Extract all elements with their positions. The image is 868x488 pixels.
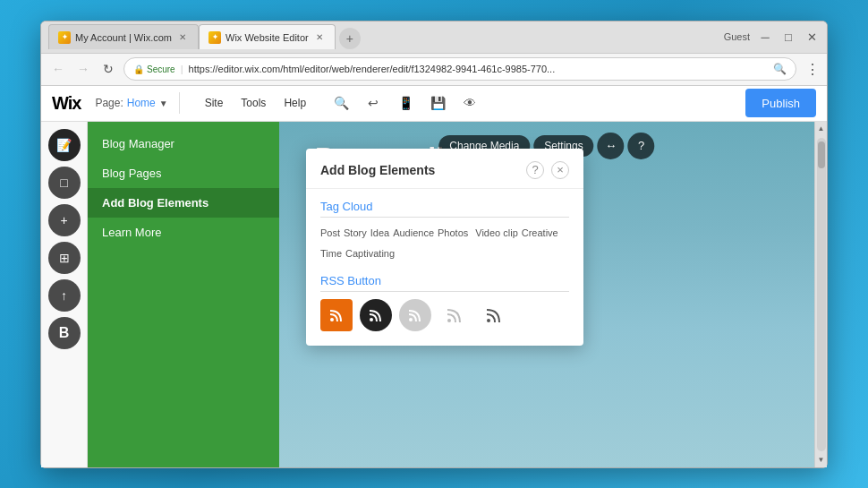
undo-button[interactable]: ↩ — [360, 90, 387, 116]
rss-icon-light[interactable] — [438, 299, 471, 331]
tag-story: Story — [344, 225, 367, 243]
tools-menu-button[interactable]: Tools — [234, 93, 273, 113]
editor-toolbar: Wix Page: Home ▼ Site Tools Help 🔍 ↩ 📱 💾… — [41, 86, 827, 122]
panel-menu-learn-more[interactable]: Learn More — [88, 218, 279, 247]
arrow-icon[interactable]: ↔ — [598, 133, 625, 159]
panel-menu-blog-manager[interactable]: Blog Manager — [88, 129, 279, 158]
title-bar-controls: Guest ─ □ ✕ — [724, 29, 820, 45]
sidebar-box-icon[interactable]: □ — [48, 167, 81, 199]
help-menu-button[interactable]: Help — [277, 93, 313, 113]
site-menu-button[interactable]: Site — [198, 93, 231, 113]
dialog-close-button[interactable]: × — [551, 161, 569, 179]
add-blog-elements-dialog: Add Blog Elements ? × Tag Cloud Post Sto… — [306, 149, 583, 347]
dialog-help-button[interactable]: ? — [526, 161, 544, 179]
dialog-title: Add Blog Elements — [320, 163, 435, 177]
panel-menu-add-elements[interactable]: Add Blog Elements — [88, 188, 279, 218]
window-user: Guest — [724, 31, 750, 42]
minimize-button[interactable]: ─ — [757, 29, 773, 45]
page-selector[interactable]: Page: Home ▼ — [95, 97, 167, 109]
preview-button[interactable]: 👁 — [456, 90, 483, 116]
left-panel: Blog Manager Blog Pages Add Blog Element… — [88, 122, 279, 467]
browser-window: ✦ My Account | Wix.com ✕ ✦ Wix Website E… — [40, 21, 828, 468]
sidebar-add-icon[interactable]: + — [48, 204, 81, 236]
sidebar-blog-icon[interactable]: 📝 — [48, 129, 81, 161]
page-label: Page: — [95, 97, 123, 109]
scroll-thumb[interactable] — [818, 141, 825, 168]
back-button[interactable]: ← — [48, 59, 68, 79]
url-text: https://editor.wix.com/html/editor/web/r… — [189, 64, 556, 74]
tab-favicon-editor: ✦ — [208, 31, 221, 44]
tag-idea: Idea — [370, 225, 389, 243]
scroll-track[interactable] — [817, 138, 826, 451]
maximize-button[interactable]: □ — [780, 29, 796, 45]
right-scrollbar: ▲ ▼ — [814, 122, 827, 467]
tab-wix-editor-label: Wix Website Editor — [226, 32, 309, 43]
wix-logo: Wix — [52, 93, 81, 114]
refresh-button[interactable]: ↻ — [98, 59, 118, 79]
rss-icon-options — [320, 299, 569, 331]
help-canvas-icon[interactable]: ? — [628, 133, 655, 159]
scroll-down-button[interactable]: ▼ — [815, 453, 828, 467]
address-search-icon[interactable]: 🔍 — [773, 63, 787, 75]
dialog-header: Add Blog Elements ? × — [306, 149, 583, 189]
sidebar-b-icon[interactable]: B — [48, 317, 81, 349]
tag-cloud-tags: Post Story Idea Audience Photos Video cl… — [320, 225, 569, 264]
toolbar-items: Site Tools Help — [198, 93, 313, 113]
tag-post: Post — [320, 225, 340, 243]
svg-point-2 — [409, 318, 413, 321]
title-bar: ✦ My Account | Wix.com ✕ ✦ Wix Website E… — [41, 21, 827, 54]
toolbar-separator-1 — [179, 92, 180, 114]
tab-close-myaccount[interactable]: ✕ — [176, 31, 189, 44]
tabs-bar: ✦ My Account | Wix.com ✕ ✦ Wix Website E… — [48, 24, 720, 49]
canvas-area: Personalize you ery, add you t here. Cha… — [279, 122, 814, 467]
tab-my-account-label: My Account | Wix.com — [75, 32, 172, 43]
rss-icon-dark[interactable] — [360, 299, 392, 331]
tag-captivating: Captivating — [345, 245, 395, 263]
address-bar: ← → ↻ 🔒 Secure | https://editor.wix.com/… — [41, 54, 827, 86]
tag-photos: Photos — [438, 225, 468, 243]
tag-videoclip: Video clip — [475, 225, 518, 243]
tab-favicon-myaccount: ✦ — [58, 31, 71, 44]
address-input[interactable]: 🔒 Secure | https://editor.wix.com/html/e… — [123, 57, 796, 81]
tab-close-editor[interactable]: ✕ — [313, 31, 326, 44]
browser-menu-button[interactable]: ⋮ — [805, 61, 820, 78]
rss-button-section: RSS Button — [306, 263, 583, 331]
new-tab-button[interactable]: + — [339, 28, 361, 49]
tab-my-account[interactable]: ✦ My Account | Wix.com ✕ — [48, 24, 199, 49]
page-chevron-icon: ▼ — [159, 98, 168, 108]
sidebar-apps-icon[interactable]: ⊞ — [48, 242, 81, 274]
svg-point-0 — [330, 318, 334, 321]
publish-button[interactable]: Publish — [745, 89, 816, 117]
tag-audience: Audience — [393, 225, 434, 243]
tab-wix-editor[interactable]: ✦ Wix Website Editor ✕ — [199, 24, 336, 49]
lock-icon: 🔒 — [133, 64, 144, 74]
svg-point-3 — [447, 319, 451, 322]
tag-time: Time — [320, 245, 342, 263]
tag-cloud-section: Tag Cloud Post Story Idea Audience Photo… — [306, 189, 583, 264]
url-separator: | — [181, 64, 183, 74]
zoom-out-button[interactable]: 🔍 — [328, 90, 354, 116]
mobile-view-button[interactable]: 📱 — [392, 90, 419, 116]
svg-point-1 — [370, 318, 373, 321]
rss-icon-gray[interactable] — [399, 299, 431, 331]
panel-menu-blog-pages[interactable]: Blog Pages — [88, 158, 279, 188]
sidebar-upload-icon[interactable]: ↑ — [48, 279, 81, 312]
secure-label: Secure — [147, 64, 175, 74]
scroll-up-button[interactable]: ▲ — [815, 122, 828, 136]
editor-content: 📝 □ + ⊞ ↑ B Blog Manager Blog Pages Add … — [41, 122, 827, 467]
page-name: Home — [127, 97, 156, 109]
forward-button[interactable]: → — [73, 59, 93, 79]
left-sidebar: 📝 □ + ⊞ ↑ B — [41, 122, 88, 467]
close-button[interactable]: ✕ — [804, 29, 820, 45]
rss-icon-orange[interactable] — [320, 299, 353, 331]
secure-badge: 🔒 Secure — [133, 64, 175, 74]
save-button[interactable]: 💾 — [424, 90, 451, 116]
rss-button-title: RSS Button — [320, 274, 569, 292]
left-panel-menu: Blog Manager Blog Pages Add Blog Element… — [88, 122, 279, 254]
tag-cloud-title: Tag Cloud — [320, 200, 569, 218]
tag-creative: Creative — [522, 225, 558, 243]
svg-point-4 — [487, 319, 490, 322]
rss-icon-dark2[interactable] — [478, 299, 510, 331]
dialog-header-icons: ? × — [526, 161, 569, 179]
